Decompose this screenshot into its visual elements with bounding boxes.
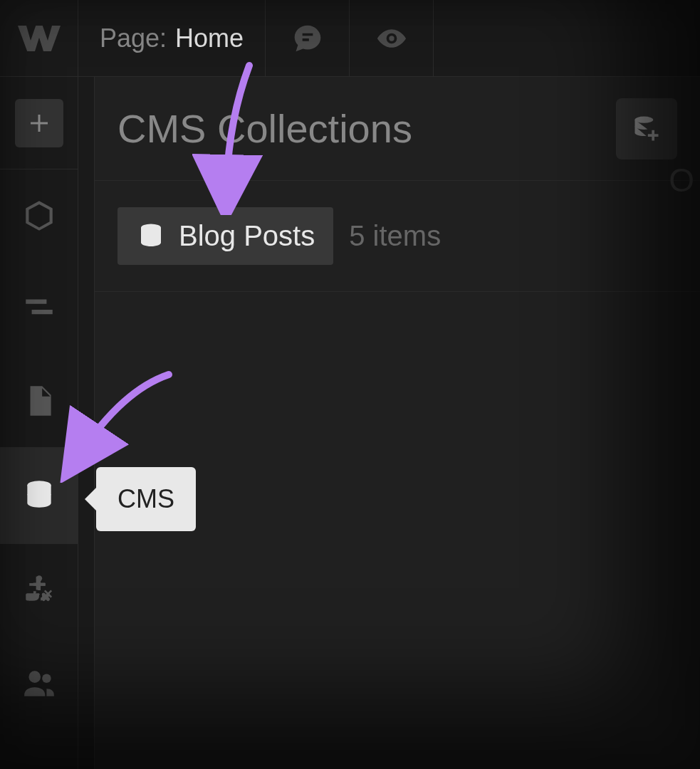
logo-cell[interactable] [0, 0, 78, 77]
left-sidebar [0, 77, 78, 769]
webflow-logo-icon [18, 24, 61, 53]
comments-button[interactable] [266, 0, 350, 77]
svg-rect-2 [26, 593, 35, 600]
collection-chip: Blog Posts [117, 207, 333, 265]
sidebar-item-components[interactable] [0, 169, 78, 262]
database-plus-icon [631, 113, 662, 145]
tooltip-label: CMS [117, 484, 174, 513]
logic-icon [21, 572, 57, 608]
plus-icon [26, 110, 52, 136]
database-icon [21, 478, 57, 513]
database-icon [136, 221, 166, 251]
users-icon [21, 665, 57, 701]
main-area: CMS Collections Blog Posts 5 items [0, 77, 700, 769]
sidebar-item-pages[interactable] [0, 355, 78, 447]
panel-title: CMS Collections [117, 105, 412, 152]
cube-icon [21, 198, 57, 234]
sidebar-item-users[interactable] [0, 637, 78, 729]
page-name: Home [175, 23, 244, 53]
panel-header: CMS Collections [95, 77, 700, 181]
eye-icon [376, 23, 407, 54]
svg-point-4 [42, 674, 51, 684]
sidebar-item-navigator[interactable] [0, 262, 78, 355]
page-label: Page: [100, 23, 167, 53]
collection-name: Blog Posts [179, 220, 315, 252]
svg-point-3 [28, 671, 41, 683]
page-selector[interactable]: Page: Home [78, 0, 266, 77]
cms-tooltip: CMS [96, 467, 196, 531]
cms-panel: CMS Collections Blog Posts 5 items [94, 77, 700, 769]
add-element-button[interactable] [15, 99, 63, 147]
collections-list: Blog Posts 5 items [95, 181, 700, 292]
comment-icon [292, 23, 323, 54]
collection-row[interactable]: Blog Posts 5 items [95, 181, 700, 292]
sidebar-item-ecommerce[interactable] [0, 544, 78, 637]
sidebar-item-add[interactable] [0, 77, 78, 169]
truncated-char: O [669, 161, 694, 199]
topbar: Page: Home [0, 0, 700, 77]
navigator-icon [21, 291, 57, 326]
sidebar-item-cms[interactable] [0, 447, 78, 544]
add-collection-button[interactable] [616, 98, 677, 159]
svg-point-1 [36, 575, 42, 581]
collection-count: 5 items [349, 220, 441, 252]
preview-button[interactable] [350, 0, 434, 77]
page-icon [21, 383, 57, 419]
